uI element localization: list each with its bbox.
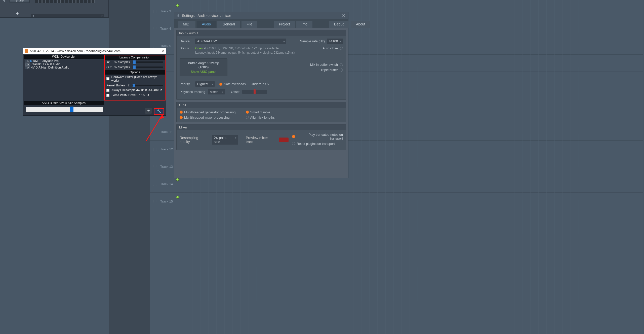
slider-thumb[interactable] bbox=[133, 65, 136, 69]
expand-icon[interactable]: + bbox=[25, 60, 27, 62]
asio-bottom: ASIO Buffer Size = 512 Samples bbox=[24, 101, 166, 112]
always-resample-checkbox[interactable] bbox=[106, 89, 109, 92]
triple-buffer-toggle[interactable] bbox=[340, 69, 343, 72]
device-row[interactable]: ▪NVIDIA High Definition Audio bbox=[25, 66, 103, 69]
tab-file[interactable]: File bbox=[242, 21, 257, 28]
marker-icon[interactable] bbox=[176, 196, 179, 199]
step-cell[interactable] bbox=[76, 0, 79, 3]
step-cell[interactable] bbox=[35, 0, 38, 3]
settings-titlebar[interactable]: ✱ Settings - Audio devices / mixer ✕ bbox=[174, 12, 348, 19]
step-cell[interactable] bbox=[57, 0, 61, 3]
mt-mixer-toggle[interactable] bbox=[180, 116, 183, 119]
tab-audio[interactable]: Audio bbox=[197, 21, 216, 28]
auto-close-toggle[interactable] bbox=[340, 47, 343, 50]
reset-plugins-toggle[interactable] bbox=[292, 142, 295, 145]
align-tick-toggle[interactable] bbox=[246, 116, 249, 119]
step-cell[interactable] bbox=[65, 0, 68, 3]
tab-project[interactable]: Project bbox=[274, 21, 295, 28]
playback-tracking-dropdown[interactable]: Mixer▸ bbox=[208, 89, 225, 94]
force-wdm-checkbox[interactable] bbox=[106, 94, 109, 97]
in-label: In: bbox=[106, 60, 114, 64]
device-row[interactable]: +▪▶RME Babyface Pro bbox=[25, 59, 103, 63]
safe-overloads-toggle[interactable] bbox=[219, 83, 222, 86]
settings-icon: ✱ bbox=[177, 14, 180, 18]
mt-gen-label: Multithreaded generator processing bbox=[184, 110, 236, 114]
enable-icon[interactable]: ▪ bbox=[27, 66, 30, 69]
expand-icon[interactable] bbox=[25, 66, 27, 69]
step-cell[interactable] bbox=[72, 0, 76, 3]
slider-knob[interactable] bbox=[254, 89, 256, 94]
drag-handle-icon[interactable]: ⋮⋮ bbox=[152, 165, 159, 169]
channel-rack: 4 Snare + ◄ ► bbox=[0, 0, 109, 18]
offset-slider[interactable] bbox=[242, 90, 267, 94]
kernel-buffers-slider[interactable] bbox=[132, 85, 163, 86]
underruns: Underruns 5 bbox=[251, 82, 269, 86]
marker-icon[interactable] bbox=[176, 178, 179, 181]
in-value: 32 Samples bbox=[114, 60, 133, 64]
preview-track-button[interactable]: --- bbox=[279, 138, 289, 142]
drag-handle-icon[interactable]: ⋮⋮ bbox=[152, 130, 159, 134]
channel-button[interactable]: Snare bbox=[10, 0, 30, 3]
tab-midi[interactable]: MIDI bbox=[178, 21, 195, 28]
drag-handle-icon[interactable]: ⋮⋮ bbox=[152, 182, 159, 186]
drag-handle-icon[interactable]: ⋮⋮ bbox=[152, 147, 159, 151]
enable-icon[interactable]: ▪ bbox=[27, 60, 30, 62]
show-asio-panel-link[interactable]: Show ASIO panel bbox=[183, 70, 224, 74]
step-cell[interactable] bbox=[84, 0, 87, 3]
buffer-size-slider[interactable] bbox=[26, 107, 103, 112]
step-cell[interactable] bbox=[38, 0, 42, 3]
step-cell[interactable] bbox=[80, 0, 83, 3]
hw-buffer-checkbox[interactable] bbox=[106, 77, 109, 80]
chevron-down-icon: ▸ bbox=[235, 136, 237, 139]
resampling-dropdown[interactable]: 24-point sinc▸ bbox=[212, 135, 238, 145]
preview-label: Preview mixer track bbox=[246, 136, 275, 144]
step-cell[interactable] bbox=[69, 0, 72, 3]
scroll-left-icon[interactable]: ◄ bbox=[31, 14, 35, 17]
sample-rate-dropdown[interactable]: 44100▸ bbox=[327, 39, 343, 44]
drag-handle-icon[interactable]: ⋮⋮ bbox=[152, 9, 159, 13]
device-dropdown[interactable]: ASIO4ALL v2▸ bbox=[195, 39, 286, 44]
device-row[interactable]: +▪Realtek USB2.0 Audio bbox=[25, 63, 103, 66]
expand-icon[interactable]: + bbox=[25, 63, 27, 66]
play-truncated-toggle[interactable] bbox=[292, 135, 295, 138]
step-cell[interactable] bbox=[42, 0, 46, 3]
slider-thumb[interactable] bbox=[133, 84, 135, 87]
tab-info[interactable]: Info bbox=[296, 21, 312, 28]
tab-about[interactable]: About bbox=[351, 21, 370, 28]
add-channel-button[interactable]: + bbox=[16, 11, 19, 16]
advanced-mode-button[interactable]: 🔧 bbox=[154, 108, 164, 115]
out-latency-slider[interactable] bbox=[133, 66, 163, 68]
scroll-right-icon[interactable]: ► bbox=[101, 14, 104, 17]
buffer-box: Buffer length 512smp (12ms) Show ASIO pa… bbox=[180, 58, 227, 76]
marker-icon[interactable] bbox=[176, 4, 179, 7]
step-cell[interactable] bbox=[88, 0, 91, 3]
smart-disable-toggle[interactable] bbox=[246, 111, 249, 114]
asio-titlebar[interactable]: ASIO4ALL v2.14 - www.asio4all.com - feed… bbox=[23, 48, 166, 54]
in-latency-slider[interactable] bbox=[133, 61, 163, 63]
drag-handle-icon[interactable]: ⋮⋮ bbox=[152, 44, 159, 48]
drag-handle-icon[interactable]: ⋮⋮ bbox=[152, 199, 159, 203]
channel-number: 4 bbox=[3, 0, 5, 3]
close-icon[interactable]: ✕ bbox=[342, 13, 346, 18]
parachute-icon[interactable]: ☂ bbox=[145, 108, 152, 114]
step-cell[interactable] bbox=[91, 0, 95, 3]
close-icon[interactable]: ✕ bbox=[161, 49, 164, 53]
scrollbar-horizontal[interactable]: ◄ ► bbox=[31, 14, 104, 17]
mt-gen-toggle[interactable] bbox=[180, 111, 183, 114]
step-cell[interactable] bbox=[54, 0, 57, 3]
step-cell[interactable] bbox=[46, 0, 49, 3]
slider-thumb[interactable] bbox=[70, 107, 73, 112]
kernel-buffers-value: 2 bbox=[128, 84, 130, 87]
priority-dropdown[interactable]: Highest▸ bbox=[195, 81, 215, 87]
slider-thumb[interactable] bbox=[133, 60, 136, 64]
drag-handle-icon[interactable]: ⋮⋮ bbox=[152, 27, 159, 30]
tab-general[interactable]: General bbox=[217, 21, 240, 28]
step-cell[interactable] bbox=[50, 0, 53, 3]
tab-debug[interactable]: Debug bbox=[329, 21, 349, 28]
mix-in-buffer-toggle[interactable] bbox=[340, 63, 343, 66]
playback-tracking-label: Playback tracking bbox=[180, 90, 205, 94]
step-cell[interactable] bbox=[61, 0, 64, 3]
enable-icon[interactable]: ▪ bbox=[27, 63, 30, 66]
mix-in-buffer-label: Mix in buffer switch bbox=[310, 63, 338, 66]
track-row[interactable]: ⋮⋮Track 15 bbox=[150, 193, 643, 210]
